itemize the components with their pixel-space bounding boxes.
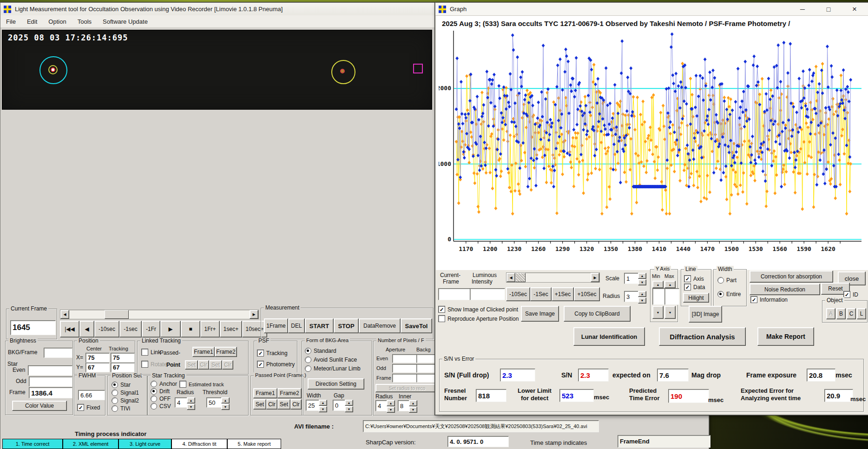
- button-c[interactable]: C: [847, 308, 856, 319]
- radio-avoid-sunlit-face[interactable]: Avoid Sunlit Face: [305, 357, 357, 363]
- spin-down-icon[interactable]: ▼: [221, 404, 230, 410]
- button--10sec[interactable]: -10sec: [94, 321, 119, 337]
- button-b[interactable]: B: [836, 308, 846, 319]
- avi-filename-field[interactable]: C:¥Users¥owner¥Documents¥天文¥202508¥20250…: [363, 420, 599, 432]
- button--1fr[interactable]: -1Fr: [142, 321, 160, 337]
- button-a[interactable]: A: [826, 308, 835, 319]
- set-radius-button[interactable]: Set radius to reco: [375, 384, 439, 392]
- spin-down-icon[interactable]: ▼: [638, 279, 646, 285]
- button--1sec[interactable]: -1sec: [119, 321, 142, 337]
- radio-anchor[interactable]: Anchor: [151, 381, 177, 387]
- ymax-down-button[interactable]: ▼: [664, 306, 676, 319]
- gap-spinner[interactable]: ▲▼: [345, 400, 352, 412]
- close-window-button[interactable]: ×: [842, 3, 868, 16]
- diffraction-analysis-button[interactable]: Diffraction Analysis: [659, 327, 746, 346]
- passed-frame2-button[interactable]: Frame2: [277, 388, 302, 398]
- lower-limit-field[interactable]: 523: [559, 389, 594, 402]
- menu-item-file[interactable]: File: [0, 16, 21, 27]
- radio-meteor-lunar-limb[interactable]: Meteor/Lunar Limb: [305, 365, 361, 372]
- ymax-up-button[interactable]: ▲: [664, 281, 676, 288]
- button-clr[interactable]: Clr: [198, 360, 209, 370]
- ymin-up-button[interactable]: ▲: [652, 281, 664, 288]
- expected-field[interactable]: 7.6: [657, 369, 689, 382]
- tab-2-xml-element[interactable]: 2. XML element: [63, 439, 118, 449]
- rotate-checkbox[interactable]: Rotate: [141, 361, 167, 368]
- sn-full-field[interactable]: 2.3: [500, 369, 535, 382]
- button-1sec+[interactable]: 1sec+: [220, 321, 242, 337]
- make-report-button[interactable]: Make Report: [757, 327, 814, 346]
- fresnel-field[interactable]: 818: [476, 389, 506, 402]
- button--[interactable]: |◀◀: [60, 321, 79, 337]
- width-part-radio[interactable]: Part: [717, 277, 736, 284]
- button--1sec[interactable]: -1Sec: [530, 287, 552, 301]
- px-inner-spinner[interactable]: ▲▼: [409, 400, 416, 413]
- psf-photometry-checkbox[interactable]: ✓Photometry: [257, 361, 295, 368]
- button-1fr+[interactable]: 1Fr+: [200, 321, 220, 337]
- tab-4-diffraction-tit[interactable]: 4. Diffraction tit: [171, 439, 227, 449]
- spin-up-icon[interactable]: ▲: [187, 397, 195, 403]
- fwhm-fixed-checkbox[interactable]: ✓Fixed: [77, 404, 100, 411]
- light-curve-plot[interactable]: 1170120012301260129013201350138014101440…: [439, 27, 865, 264]
- gw-radius-spinner[interactable]: ▲▼: [638, 291, 645, 304]
- button--[interactable]: ◀: [79, 321, 94, 337]
- spin-up-icon[interactable]: ▲: [319, 400, 327, 406]
- passed-frame1-button[interactable]: Frame1: [253, 388, 277, 398]
- spin-up-icon[interactable]: ▲: [387, 400, 395, 406]
- estimated-track-checkbox[interactable]: Estimated track: [179, 381, 224, 388]
- button--[interactable]: ▶: [160, 321, 181, 337]
- spin-up-icon[interactable]: ▲: [221, 397, 230, 403]
- scroll-right-icon[interactable]: ▶: [250, 310, 258, 319]
- graph-scrollbar[interactable]: ◀ ▶: [506, 272, 600, 283]
- copy-clipboard-button[interactable]: Copy to ClipBoard: [564, 306, 631, 322]
- spin-down-icon[interactable]: ▼: [409, 407, 417, 413]
- lunar-identification-button[interactable]: Lunar Identification: [573, 327, 645, 346]
- center-y-field[interactable]: 67: [85, 363, 110, 372]
- star-frame-field[interactable]: 1386.4: [29, 387, 72, 398]
- show-image-checkbox[interactable]: ✓Show Image of Clicked point: [438, 306, 518, 313]
- button-set[interactable]: Set: [277, 399, 290, 409]
- tab-5-make-report[interactable]: 5. Make report: [227, 439, 281, 449]
- spin-down-icon[interactable]: ▼: [187, 404, 195, 410]
- st-radius-spinner[interactable]: ▲▼: [187, 397, 194, 410]
- tab-1-time-correct[interactable]: 1. Time correct: [2, 439, 63, 449]
- hilight-button[interactable]: Hilight: [683, 293, 709, 303]
- bkg-frame-field[interactable]: [44, 348, 72, 358]
- button-1frame[interactable]: 1Frame: [264, 318, 288, 333]
- button-+1sec[interactable]: +1Sec: [552, 287, 574, 301]
- information-checkbox[interactable]: ✓Information: [750, 296, 788, 303]
- pixels-odd-aperture-field[interactable]: [392, 364, 418, 373]
- radio-signal1[interactable]: Signal1: [112, 390, 139, 396]
- spin-up-icon[interactable]: ▲: [638, 291, 646, 297]
- button-set[interactable]: Set: [185, 360, 198, 370]
- psf-tracking-checkbox[interactable]: ✓Tracking: [257, 350, 288, 357]
- scroll-right-icon[interactable]: ▶: [591, 273, 599, 282]
- radio-csv[interactable]: CSV: [151, 403, 171, 409]
- menu-item-tools[interactable]: Tools: [72, 16, 97, 27]
- spin-up-icon[interactable]: ▲: [345, 400, 353, 406]
- minimize-button[interactable]: ─: [789, 3, 815, 16]
- menu-item-software-update[interactable]: Software Update: [97, 16, 153, 27]
- tab-3-light-curve[interactable]: 3. Light curve: [118, 439, 171, 449]
- button-l[interactable]: L: [857, 308, 866, 319]
- ymax-field[interactable]: [664, 288, 679, 305]
- st-threshold-spinner[interactable]: ▲▼: [221, 397, 229, 410]
- spin-down-icon[interactable]: ▼: [387, 407, 395, 413]
- radio-drift[interactable]: Drift: [151, 388, 170, 395]
- frame-exposure-field[interactable]: 20.8: [807, 369, 835, 382]
- button-+10sec[interactable]: +10Sec: [574, 287, 600, 301]
- radio-tivi[interactable]: TIVi: [112, 405, 130, 412]
- bkg-square-marker[interactable]: [413, 64, 423, 73]
- color-value-button[interactable]: Color Value: [12, 401, 67, 411]
- frame-scroll-thumb[interactable]: [105, 310, 129, 319]
- spin-down-icon[interactable]: ▼: [345, 406, 353, 412]
- radio-off[interactable]: OFF: [151, 396, 171, 402]
- spin-up-icon[interactable]: ▲: [638, 273, 646, 279]
- width-spinner[interactable]: ▲▼: [319, 400, 326, 412]
- radio-star[interactable]: Star: [112, 382, 131, 388]
- scroll-left-icon[interactable]: ◀: [506, 273, 515, 282]
- spin-down-icon[interactable]: ▼: [638, 297, 646, 304]
- linked-frame2-button[interactable]: Frame2: [215, 347, 237, 357]
- center-x-field[interactable]: 75: [85, 353, 110, 363]
- px-radius-spinner[interactable]: ▲▼: [387, 400, 394, 413]
- sn-field[interactable]: 2.3: [578, 369, 609, 382]
